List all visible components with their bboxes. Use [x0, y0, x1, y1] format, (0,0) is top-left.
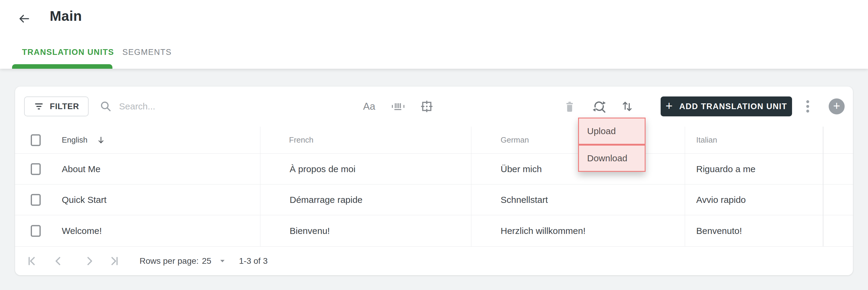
find-replace-button[interactable] — [589, 96, 610, 117]
filter-icon — [33, 102, 44, 111]
upload-download-menu: Upload Download — [578, 118, 646, 172]
add-circle-button[interactable]: + — [829, 98, 845, 115]
cell-german: Herzlich willkommen! — [501, 215, 586, 246]
column-header-italian[interactable]: Italian — [696, 126, 717, 153]
table-row: Welcome! Bienvenu! Herzlich willkommen! … — [15, 215, 853, 246]
last-page-button[interactable] — [107, 254, 122, 268]
previous-page-button[interactable] — [51, 254, 65, 268]
find-replace-icon — [592, 99, 606, 113]
cell-italian: Benvenuto! — [696, 215, 742, 246]
pagination-range-label: 1-3 of 3 — [239, 256, 268, 266]
table-footer: Rows per page: 25 1-3 of 3 — [15, 246, 853, 275]
app-root: Main TRANSLATION UNITS SEGMENTS FILTER — [0, 0, 868, 290]
menu-item-upload[interactable]: Upload — [578, 118, 646, 145]
import-export-button[interactable] — [617, 96, 638, 117]
cell-english: Welcome! — [62, 215, 102, 246]
rows-per-page-value: 25 — [202, 256, 211, 266]
row-checkbox[interactable] — [31, 194, 41, 206]
filter-button-label: FILTER — [50, 102, 79, 111]
menu-item-download[interactable]: Download — [578, 145, 646, 172]
page-title: Main — [50, 8, 82, 24]
caret-down-icon — [220, 259, 225, 263]
cell-english: Quick Start — [62, 184, 106, 215]
search-input[interactable] — [119, 101, 288, 112]
back-button[interactable] — [16, 10, 33, 27]
row-checkbox[interactable] — [31, 225, 41, 237]
focus-frame-icon — [420, 100, 433, 113]
chevron-left-icon — [52, 255, 64, 267]
focus-frame-button[interactable] — [416, 96, 437, 117]
column-header-french[interactable]: French — [289, 126, 313, 153]
cell-german: Über mich — [501, 154, 542, 184]
search-box — [100, 96, 288, 116]
more-options-button[interactable] — [798, 96, 818, 117]
last-page-icon — [108, 255, 121, 267]
plus-icon: + — [833, 100, 840, 112]
select-all-checkbox[interactable] — [31, 134, 41, 146]
table-header-row: English French German Italian — [15, 126, 853, 153]
text-case-button[interactable]: Aa — [359, 96, 379, 117]
column-header-german[interactable]: German — [501, 126, 529, 153]
cell-french: Démarrage rapide — [290, 184, 363, 215]
filter-button[interactable]: FILTER — [24, 96, 89, 116]
tab-translation-units[interactable]: TRANSLATION UNITS — [22, 48, 114, 57]
tab-segments[interactable]: SEGMENTS — [122, 48, 172, 57]
rows-per-page-label: Rows per page: — [140, 256, 198, 266]
row-checkbox[interactable] — [31, 163, 41, 175]
add-translation-unit-label: ADD TRANSLATION UNIT — [679, 102, 787, 111]
cell-italian: Avvio rapido — [696, 184, 746, 215]
next-page-button[interactable] — [82, 254, 97, 268]
barcode-view-button[interactable] — [388, 96, 408, 117]
rows-per-page-select[interactable]: 25 — [202, 256, 225, 266]
delete-button[interactable] — [559, 96, 580, 117]
table-row: Quick Start Démarrage rapide Schnellstar… — [15, 184, 853, 215]
text-case-icon: Aa — [363, 101, 375, 112]
barcode-icon — [391, 101, 405, 112]
cell-french: À propos de moi — [290, 154, 355, 184]
page-header: Main TRANSLATION UNITS SEGMENTS — [0, 0, 868, 69]
cell-german: Schnellstart — [501, 184, 548, 215]
trash-icon — [564, 100, 575, 112]
sort-desc-icon — [96, 136, 105, 145]
active-tab-indicator — [12, 64, 113, 69]
column-header-english[interactable]: English — [62, 126, 105, 153]
cell-english: About Me — [62, 154, 100, 184]
cell-french: Bienvenu! — [290, 215, 330, 246]
translation-units-card: FILTER Aa — [15, 87, 853, 275]
import-export-icon — [621, 100, 633, 113]
card-toolbar: FILTER Aa — [15, 87, 853, 126]
arrow-left-icon — [18, 13, 31, 25]
search-icon — [100, 100, 112, 112]
add-translation-unit-button[interactable]: + ADD TRANSLATION UNIT — [661, 96, 792, 116]
first-page-icon — [26, 255, 38, 267]
cell-italian: Riguardo a me — [696, 154, 755, 184]
table-row: About Me À propos de moi Über mich Rigua… — [15, 153, 853, 184]
first-page-button[interactable] — [24, 254, 39, 268]
plus-icon: + — [665, 100, 673, 112]
chevron-right-icon — [84, 255, 96, 267]
kebab-menu-icon — [806, 100, 809, 113]
